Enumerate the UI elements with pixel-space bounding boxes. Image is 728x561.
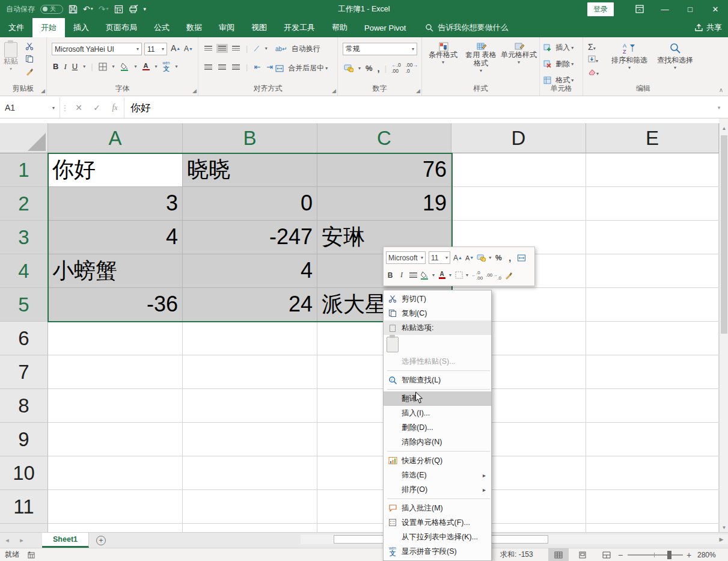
cell-B1[interactable]: 晓晓 <box>183 153 317 187</box>
mini-italic-icon[interactable]: I <box>397 271 406 280</box>
ribbon-tab-数据[interactable]: 数据 <box>178 18 210 37</box>
ribbon-tab-开始[interactable]: 开始 <box>32 18 65 37</box>
page-layout-view-icon[interactable] <box>572 548 593 561</box>
mini-comma-icon[interactable]: , <box>506 253 514 263</box>
save-icon[interactable] <box>69 5 78 14</box>
row-header-11[interactable]: 11 <box>0 490 48 524</box>
menu-item-剪切T[interactable]: 剪切(T) <box>384 292 491 306</box>
cell-E4[interactable] <box>586 254 719 288</box>
redo-button[interactable]: ↷▾ <box>99 5 109 13</box>
cell-E11[interactable] <box>586 490 719 524</box>
cell-A4[interactable]: 小螃蟹 <box>48 254 183 288</box>
menu-item-设置单元格格式F[interactable]: 设置单元格格式(F)... <box>384 515 491 530</box>
conditional-formatting-button[interactable]: ≠ 条件格式▾ <box>426 42 460 65</box>
scroll-down-icon[interactable]: ▼ <box>720 523 728 532</box>
cell-B4[interactable]: 4 <box>183 254 317 288</box>
add-sheet-button[interactable]: + <box>89 533 113 548</box>
mini-font-size-select[interactable]: 11▾ <box>429 251 450 264</box>
menu-item-排序O[interactable]: 排序(O)▸ <box>384 482 491 497</box>
cell-A9[interactable] <box>48 423 183 456</box>
row-header-6[interactable]: 6 <box>0 322 48 355</box>
mini-increase-font-icon[interactable]: A▲ <box>453 254 462 262</box>
menu-item-筛选E[interactable]: 筛选(E)▸ <box>384 468 491 482</box>
sort-filter-button[interactable]: AZ 排序和筛选▾ <box>608 42 650 70</box>
ribbon-tab-页面布局[interactable]: 页面布局 <box>97 18 145 37</box>
ribbon-tab-视图[interactable]: 视图 <box>243 18 275 37</box>
mini-font-color-icon[interactable]: A <box>438 271 446 278</box>
mini-percent-icon[interactable]: % <box>494 254 503 262</box>
fill-icon[interactable]: ▾ <box>588 55 599 64</box>
macro-record-icon[interactable] <box>28 548 35 561</box>
row-header-2[interactable]: 2 <box>0 187 48 221</box>
cell-E6[interactable] <box>586 322 719 355</box>
zoom-out-icon[interactable]: − <box>618 548 623 561</box>
row-header-10[interactable]: 10 <box>0 456 48 490</box>
print-preview-icon[interactable] <box>129 5 138 14</box>
zoom-slider-thumb[interactable] <box>667 551 671 559</box>
menu-item-删除D[interactable]: 删除(D)... <box>384 420 491 435</box>
increase-decimal-icon[interactable]: ←.0.00 <box>391 62 401 74</box>
cell-B5[interactable]: 24 <box>183 288 317 322</box>
cell-B3[interactable]: -247 <box>183 221 317 254</box>
clear-icon[interactable]: ▾ <box>588 68 599 77</box>
mini-decrease-font-icon[interactable]: A▼ <box>465 254 474 262</box>
cell-E8[interactable] <box>586 389 719 423</box>
tell-me-box[interactable]: 告诉我你想要做什么 <box>425 18 508 37</box>
cell-B7[interactable] <box>183 355 317 389</box>
insert-function-icon[interactable]: fx <box>106 97 124 118</box>
column-header-D[interactable]: D <box>451 123 586 153</box>
format-painter-icon[interactable] <box>25 67 34 76</box>
scroll-up-icon[interactable]: ▲ <box>720 123 728 133</box>
cell-B12[interactable] <box>183 524 317 532</box>
column-header-C[interactable]: C <box>317 123 451 153</box>
cell-B6[interactable] <box>183 322 317 355</box>
cell-A1[interactable]: 你好 <box>48 153 183 187</box>
zoom-slider[interactable] <box>628 554 683 556</box>
cell-A11[interactable] <box>48 490 183 524</box>
name-box[interactable]: A1▾ <box>0 97 60 118</box>
phonetic-icon[interactable]: wén文 <box>163 61 170 72</box>
ribbon-tab-开发工具[interactable]: 开发工具 <box>275 18 323 37</box>
mini-align-icon[interactable] <box>409 272 417 278</box>
merge-center-button[interactable]: 合并后居中▾ <box>275 63 328 73</box>
bold-icon[interactable]: B <box>53 62 58 71</box>
column-header-E[interactable]: E <box>586 123 719 153</box>
cell-A10[interactable] <box>48 456 183 490</box>
horizontal-scrollbar[interactable]: ▶ <box>301 535 728 544</box>
formula-input[interactable]: 你好 <box>124 97 710 118</box>
mini-fill-color-icon[interactable] <box>420 271 429 280</box>
collapse-ribbon-icon[interactable]: ∧ <box>719 87 723 93</box>
ribbon-tab-审阅[interactable]: 审阅 <box>210 18 243 37</box>
sheet-tab-sheet1[interactable]: Sheet1 <box>42 533 89 548</box>
align-bottom-icon[interactable] <box>232 46 240 51</box>
borders-icon[interactable] <box>99 63 107 71</box>
mini-borders-icon[interactable] <box>454 271 463 279</box>
mini-increase-decimal-icon[interactable]: ←.0.00 <box>471 270 483 281</box>
align-center-icon[interactable] <box>218 64 226 70</box>
paste-button[interactable]: 粘贴▾ <box>4 42 18 72</box>
mini-accounting-icon[interactable] <box>477 254 486 262</box>
cell-A6[interactable] <box>48 322 183 355</box>
row-header-9[interactable]: 9 <box>0 423 48 456</box>
sheet-nav-right-icon[interactable]: ▸ <box>14 533 29 548</box>
cell-E1[interactable] <box>586 153 719 187</box>
decrease-indent-icon[interactable]: ⇤ <box>254 63 260 72</box>
menu-item-翻译[interactable]: 翻译 <box>384 391 491 406</box>
ribbon-tab-帮助[interactable]: 帮助 <box>323 18 356 37</box>
cell-B2[interactable]: 0 <box>183 187 317 221</box>
mini-merge-icon[interactable] <box>517 254 526 262</box>
align-right-icon[interactable] <box>232 64 240 70</box>
decrease-font-icon[interactable]: A▼ <box>184 44 193 53</box>
alignment-dialog-launcher[interactable]: ◢ <box>332 88 336 94</box>
cell-styles-button[interactable]: 单元格样式▾ <box>500 42 537 65</box>
enter-icon[interactable]: ✓ <box>88 97 106 118</box>
find-select-button[interactable]: 查找和选择▾ <box>653 42 697 70</box>
mini-bold-icon[interactable]: B <box>386 271 394 280</box>
cell-D2[interactable] <box>451 187 586 221</box>
format-as-table-button[interactable]: 套用 表格格式▾ <box>463 42 499 73</box>
menu-item-显示拼音字段S[interactable]: wén文显示拼音字段(S) <box>384 544 491 559</box>
menu-item-清除内容N[interactable]: 清除内容(N) <box>384 435 491 449</box>
column-header-A[interactable]: A <box>48 123 183 153</box>
mini-font-name-select[interactable]: Microsoft▾ <box>386 251 426 264</box>
increase-font-icon[interactable]: A▲ <box>171 43 180 53</box>
